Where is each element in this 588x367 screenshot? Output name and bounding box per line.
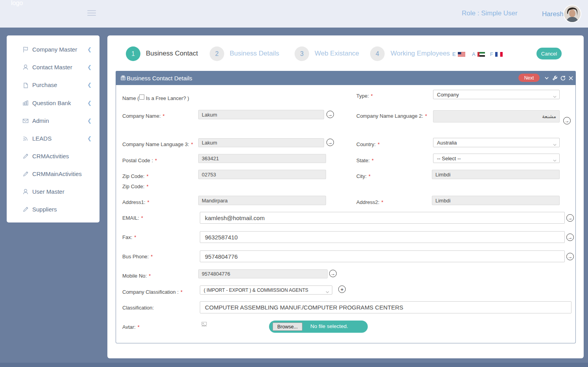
france-flag-icon	[495, 52, 503, 57]
close-icon[interactable]	[567, 74, 574, 82]
browse-button[interactable]: Browse...	[273, 323, 302, 331]
top-navbar: logo Role : Simple User Haresh	[0, 0, 588, 28]
company-name-lang2-input[interactable]	[433, 110, 560, 122]
wizard-step-2-label[interactable]: Business Details	[230, 50, 279, 57]
bus-phone-input[interactable]	[200, 250, 565, 262]
zip-code-input[interactable]	[198, 170, 326, 179]
country-select[interactable]: Australia	[433, 138, 560, 147]
sidebar-item-purchase[interactable]: Purchase ❮	[7, 76, 100, 94]
freelancer-checkbox[interactable]	[139, 95, 144, 100]
avtar-file-upload[interactable]: Browse... No file selected.	[269, 321, 368, 333]
translate-arrow-icon[interactable]: →	[563, 117, 571, 124]
translate-arrow-icon[interactable]: →	[566, 214, 574, 222]
bus-phone-label: Bus Phone:*	[122, 254, 153, 259]
translate-arrow-icon[interactable]: →	[566, 234, 574, 241]
wizard-step-4[interactable]: 4	[370, 46, 385, 61]
company-name-lang3-input[interactable]	[198, 138, 324, 147]
company-name-label: Company Name:*	[122, 113, 165, 119]
sidebar-item-suppliers[interactable]: Suppliers	[7, 200, 100, 218]
main-content: 1 Business Contact 2 Business Details 3 …	[107, 35, 584, 358]
chevron-left-icon: ❮	[87, 118, 92, 124]
email-input[interactable]	[200, 212, 565, 224]
zip-code-duplicate-label: Zip Code:*	[122, 184, 148, 189]
sidebar-item-user-master[interactable]: User Master	[7, 183, 100, 200]
translate-arrow-icon[interactable]: →	[326, 111, 334, 118]
sidebar-item-contact-master[interactable]: Contact Master ❮	[7, 58, 100, 76]
pencil-icon	[22, 206, 29, 213]
type-select[interactable]: Company	[433, 90, 560, 99]
mobile-no-input[interactable]	[198, 269, 328, 278]
company-classification-label: Company Classification :*	[122, 289, 182, 295]
wizard-step-1-label[interactable]: Business Contact	[146, 50, 198, 57]
language-french[interactable]: F	[490, 51, 503, 57]
panel-title: Business Contact Details	[127, 75, 192, 82]
state-select[interactable]: -- Select --	[433, 154, 560, 163]
wizard-step-3-label[interactable]: Web Existance	[315, 50, 359, 57]
add-classification-plus-icon[interactable]: +	[338, 285, 346, 293]
fax-label: Fax:*	[122, 234, 136, 240]
pencil-icon	[22, 152, 29, 160]
country-label: Country:*	[356, 141, 380, 147]
company-name-input[interactable]	[198, 110, 324, 119]
classification-label: Classification:	[122, 305, 154, 311]
user-avatar[interactable]	[564, 6, 581, 22]
wizard-step-1[interactable]: 1	[126, 46, 140, 61]
wizard-step-3[interactable]: 3	[295, 46, 309, 61]
sidebar-item-crm-main-activities[interactable]: CRMMainActivities	[7, 165, 100, 183]
sidebar-item-company-master[interactable]: Company Master ❮	[7, 41, 100, 58]
user-role-label: Role : Simple User	[462, 9, 518, 17]
language-arabic[interactable]: A	[472, 51, 485, 57]
city-input[interactable]	[432, 170, 560, 179]
sidebar-item-admin[interactable]: Admin ❮	[7, 112, 100, 130]
mail-icon	[22, 117, 29, 125]
rss-icon	[22, 135, 29, 143]
address2-label: Address2:*	[356, 199, 383, 205]
chevron-down-icon	[553, 157, 557, 163]
collapse-chevron-icon[interactable]	[543, 74, 550, 82]
sidebar-item-leads[interactable]: LEADS ❮	[7, 130, 100, 147]
screen: logo Role : Simple User Haresh Company M…	[0, 0, 588, 367]
cancel-button[interactable]: Cancel	[536, 48, 562, 59]
address1-input[interactable]	[198, 196, 326, 205]
translate-arrow-icon[interactable]: →	[329, 270, 337, 277]
chevron-left-icon: ❮	[87, 46, 92, 52]
wizard-step-4-label[interactable]: Working Employees	[391, 50, 450, 57]
company-name-lang2-label: Company Name Language 2:*	[356, 113, 427, 119]
language-english[interactable]: E	[452, 51, 465, 57]
chevron-down-icon	[326, 289, 329, 295]
email-label: EMAIL:*	[122, 215, 143, 221]
postal-code-label: Postal Code :*	[122, 158, 157, 163]
company-classification-select[interactable]: ( IMPORT - EXPORT ) & COMMISSION AGENTS	[200, 285, 332, 295]
sidebar-item-crm-activities[interactable]: CRMActivities	[7, 147, 100, 165]
chevron-left-icon: ❮	[87, 100, 92, 106]
translate-arrow-icon[interactable]: →	[566, 253, 574, 260]
no-file-selected-text: No file selected.	[310, 323, 348, 329]
chevron-left-icon: ❮	[87, 82, 92, 88]
gift-icon	[120, 75, 126, 82]
chevron-left-icon: ❮	[87, 64, 92, 70]
postal-code-input[interactable]	[198, 154, 326, 163]
footer-strip	[0, 363, 588, 367]
type-label: Type:*	[356, 93, 373, 99]
wizard-step-2[interactable]: 2	[210, 46, 224, 61]
uae-flag-icon	[477, 52, 485, 57]
panel-header: Business Contact Details Next	[116, 71, 576, 85]
next-button[interactable]: Next	[518, 74, 540, 82]
settings-wrench-icon[interactable]	[551, 74, 559, 82]
username-label[interactable]: Haresh	[542, 10, 564, 18]
translate-arrow-icon[interactable]: →	[326, 139, 334, 146]
chevron-down-icon	[553, 141, 557, 147]
address1-label: Address1:*	[122, 199, 149, 205]
fax-input[interactable]	[200, 231, 565, 243]
address2-input[interactable]	[432, 196, 560, 205]
chevron-down-icon	[553, 93, 557, 99]
state-label: State:*	[356, 158, 374, 163]
user-icon	[22, 188, 29, 196]
sidebar-item-question-bank[interactable]: Question Bank ❮	[7, 94, 100, 112]
chevron-left-icon: ❮	[87, 135, 92, 141]
refresh-icon[interactable]	[559, 74, 566, 82]
avtar-label: Avtar:*	[122, 324, 140, 330]
hamburger-menu-icon[interactable]	[87, 10, 96, 17]
broken-image-icon	[201, 321, 207, 329]
classification-input[interactable]	[200, 301, 571, 313]
